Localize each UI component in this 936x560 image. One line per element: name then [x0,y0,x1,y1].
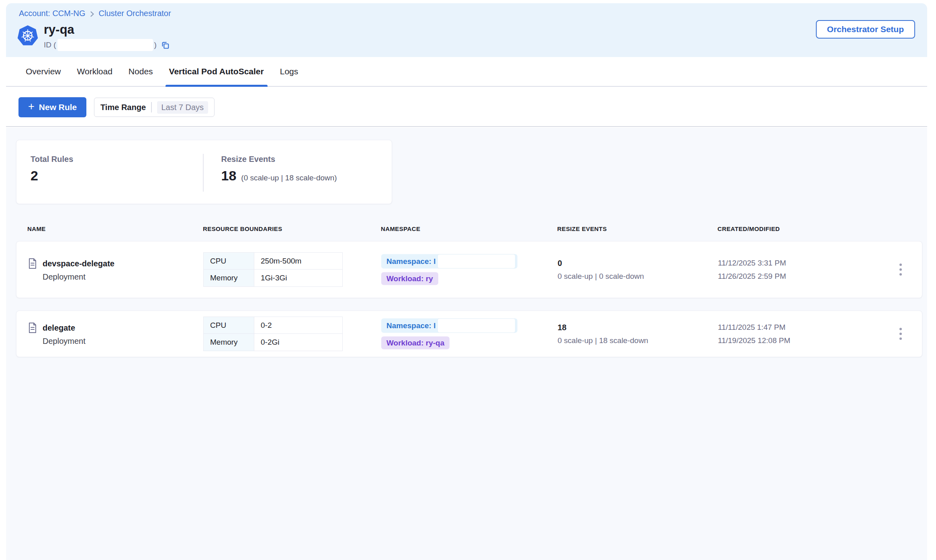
total-rules-stat: Total Rules 2 [16,140,203,204]
memory-label: Memory [204,334,254,351]
tab-workload[interactable]: Workload [74,57,116,86]
workload-badge: Workload: ry-qa [381,337,450,349]
workload-badge: Workload: ry [381,272,438,285]
rule-kind: Deployment [43,337,86,346]
resize-events-cell: 18 0 scale-up | 18 scale-down [558,323,648,345]
table-row[interactable]: devspace-delegate Deployment CPU 250m-50… [16,241,922,298]
redacted-namespace-value [438,319,515,333]
memory-value: 0-2Gi [254,334,342,351]
memory-label: Memory [204,270,254,286]
resize-events-label: Resize Events [221,155,337,164]
cluster-title-row: ry-qa ID ( ) [17,23,170,51]
resize-total: 0 [558,259,644,268]
resize-events-cell: 0 0 scale-up | 0 scale-down [558,259,644,281]
tab-vertical-pod-autoscaler[interactable]: Vertical Pod AutoScaler [166,57,268,86]
tab-nodes[interactable]: Nodes [125,57,157,86]
total-rules-label: Total Rules [31,155,203,164]
redacted-namespace-value [438,255,515,268]
tab-bar: Overview Workload Nodes Vertical Pod Aut… [6,57,927,87]
content-area: Total Rules 2 Resize Events 18 (0 scale-… [6,128,927,560]
resize-events-detail: (0 scale-up | 18 scale-down) [241,174,337,182]
tab-overview[interactable]: Overview [22,57,65,86]
total-rules-value: 2 [31,168,203,184]
copy-icon[interactable] [161,41,170,49]
cluster-id-row: ID ( ) [44,39,170,51]
namespace-badge: Namespace: l [381,254,517,269]
resource-boundaries-cell: CPU 0-2 Memory 0-2Gi [203,317,343,351]
cpu-value: 250m-500m [254,253,342,270]
row-menu-kebab-icon[interactable] [893,261,908,278]
breadcrumb-account-link[interactable]: Account: CCM-NG [19,9,86,18]
rule-kind: Deployment [43,272,114,282]
resource-boundaries-cell: CPU 250m-500m Memory 1Gi-3Gi [203,252,343,287]
row-menu-kebab-icon[interactable] [893,325,908,343]
column-header-created-modified: CREATED/MODIFIED [717,225,780,232]
page-header: Account: CCM-NG Cluster Orchestrator [6,3,927,57]
table-row[interactable]: delegate Deployment CPU 0-2 Memory 0-2Gi… [16,311,922,357]
column-header-resize-events: RESIZE EVENTS [557,225,607,232]
namespace-badge: Namespace: l [381,319,517,333]
breadcrumb: Account: CCM-NG Cluster Orchestrator [19,9,171,18]
plus-icon: + [28,101,35,112]
resize-detail: 0 scale-up | 0 scale-down [558,272,644,281]
rule-name-cell: delegate Deployment [28,322,86,346]
table-header-row: NAME RESOURCE BOUNDARIES NAMESPACE RESIZ… [16,225,922,234]
new-rule-button-label: New Rule [39,102,77,112]
tab-logs[interactable]: Logs [276,57,302,86]
toolbar: + New Rule Time Range Last 7 Days [6,87,927,127]
rule-name-cell: devspace-delegate Deployment [28,258,114,282]
modified-date: 11/19/2025 12:08 PM [718,336,790,345]
time-range-label: Time Range [100,103,146,112]
summary-card: Total Rules 2 Resize Events 18 (0 scale-… [16,140,392,204]
document-icon [28,322,37,334]
page-title: ry-qa [44,23,170,37]
time-range-selector[interactable]: Time Range Last 7 Days [94,98,215,117]
created-modified-cell: 11/11/2025 1:47 PM 11/19/2025 12:08 PM [718,323,790,345]
column-header-namespace: NAMESPACE [381,225,420,232]
modified-date: 11/26/2025 2:59 PM [718,272,786,281]
rule-name: delegate [43,323,75,333]
kubernetes-icon [17,24,39,47]
cluster-id-prefix: ID ( [44,41,56,49]
resize-events-stat: Resize Events 18 (0 scale-up | 18 scale-… [204,140,337,204]
created-date: 11/11/2025 1:47 PM [718,323,790,332]
cpu-value: 0-2 [254,317,342,334]
namespace-cell: Namespace: l Workload: ry [381,254,517,285]
time-range-divider [151,102,152,112]
cluster-orchestrator-page: Account: CCM-NG Cluster Orchestrator [6,3,927,560]
created-modified-cell: 11/12/2025 3:31 PM 11/26/2025 2:59 PM [718,259,786,281]
resize-total: 18 [558,323,648,332]
column-header-resource-boundaries: RESOURCE BOUNDARIES [203,225,282,232]
rule-name: devspace-delegate [43,259,114,268]
namespace-cell: Namespace: l Workload: ry-qa [381,319,517,349]
cpu-label: CPU [204,317,254,334]
new-rule-button[interactable]: + New Rule [18,97,86,117]
cpu-label: CPU [204,253,254,270]
time-range-value: Last 7 Days [157,101,208,114]
orchestrator-setup-button[interactable]: Orchestrator Setup [816,20,915,39]
cluster-id-suffix: ) [154,41,157,49]
chevron-right-icon [90,11,94,17]
column-header-name: NAME [27,225,46,232]
resize-detail: 0 scale-up | 18 scale-down [558,336,648,345]
memory-value: 1Gi-3Gi [254,270,342,286]
created-date: 11/12/2025 3:31 PM [718,259,786,268]
resize-events-value: 18 [221,168,237,184]
document-icon [28,258,37,270]
breadcrumb-section-link[interactable]: Cluster Orchestrator [99,9,171,18]
redacted-cluster-id [57,39,153,51]
